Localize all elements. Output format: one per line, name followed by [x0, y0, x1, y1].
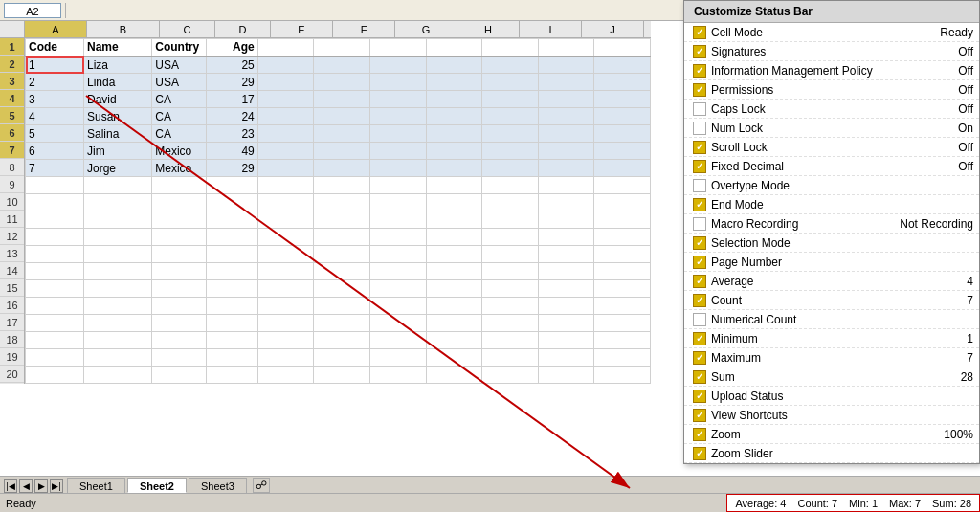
empty-r5-c7[interactable]: [369, 125, 426, 143]
empty-r11-c10[interactable]: [538, 229, 594, 246]
empty-r15-c2[interactable]: [84, 298, 152, 315]
empty-r10-c6[interactable]: [314, 211, 370, 229]
cell-r3-c1[interactable]: 3: [26, 91, 84, 108]
checkbox-checked-0[interactable]: ✓: [693, 26, 706, 39]
empty-r2-c7[interactable]: [369, 74, 426, 91]
cell-r3-c3[interactable]: CA: [152, 91, 207, 108]
empty-r17-c11[interactable]: [594, 332, 651, 349]
empty-r3-c10[interactable]: [538, 91, 594, 108]
tab-scroll-right[interactable]: ▶: [34, 479, 48, 493]
empty-r17-c7[interactable]: [369, 332, 426, 349]
empty-r19-c3[interactable]: [152, 367, 207, 384]
empty-r8-c7[interactable]: [369, 177, 426, 194]
empty-r15-c9[interactable]: [482, 298, 539, 315]
empty-r4-c6[interactable]: [314, 108, 370, 125]
empty-r18-c6[interactable]: [314, 349, 370, 367]
empty-r9-c2[interactable]: [84, 194, 152, 211]
empty-r18-c9[interactable]: [482, 349, 539, 367]
empty-r6-c6[interactable]: [314, 143, 370, 160]
empty-r12-c10[interactable]: [538, 246, 594, 263]
empty-r7-c7[interactable]: [369, 160, 426, 177]
row-num-2[interactable]: 2: [0, 56, 24, 73]
menu-item-2[interactable]: ✓Information Management PolicyOff: [684, 61, 979, 80]
row-num-10[interactable]: 10: [0, 193, 24, 211]
empty-row-12[interactable]: [26, 246, 651, 263]
empty-r4-c5[interactable]: [257, 108, 314, 125]
menu-item-10[interactable]: Macro RecordingNot Recording: [684, 214, 979, 234]
empty-r8-c9[interactable]: [482, 177, 539, 194]
cell-r4-c4[interactable]: 24: [206, 108, 257, 125]
empty-r16-c10[interactable]: [538, 315, 594, 332]
checkbox-checked-19[interactable]: ✓: [693, 390, 706, 403]
row-num-11[interactable]: 11: [0, 211, 24, 228]
empty-r14-c9[interactable]: [482, 280, 539, 298]
col-header-g[interactable]: G: [395, 21, 457, 37]
empty-r11-c5[interactable]: [257, 229, 314, 246]
empty-r16-c2[interactable]: [84, 315, 152, 332]
empty-r13-c3[interactable]: [152, 263, 207, 280]
empty-r5-c5[interactable]: [257, 125, 314, 143]
empty-r9-c3[interactable]: [152, 194, 207, 211]
menu-item-11[interactable]: ✓Selection Mode: [684, 234, 979, 253]
checkbox-checked-7[interactable]: ✓: [693, 160, 706, 173]
empty-row-8[interactable]: [26, 177, 651, 194]
empty-r9-c5[interactable]: [257, 194, 314, 211]
empty-r2-c10[interactable]: [538, 74, 594, 91]
empty-r14-c3[interactable]: [152, 280, 207, 298]
empty-r11-c6[interactable]: [314, 229, 370, 246]
row-num-17[interactable]: 17: [0, 314, 24, 331]
tab-scroll-left[interactable]: ◀: [19, 479, 33, 493]
empty-r17-c2[interactable]: [84, 332, 152, 349]
col-header-h[interactable]: H: [457, 21, 520, 37]
cell-r6-c4[interactable]: 49: [206, 143, 257, 160]
checkbox-checked-1[interactable]: ✓: [693, 45, 706, 58]
cell-r7-c1[interactable]: 7: [26, 160, 84, 177]
checkbox-checked-22[interactable]: ✓: [693, 447, 706, 460]
empty-r3-c9[interactable]: [482, 91, 539, 108]
empty-r7-c9[interactable]: [482, 160, 539, 177]
checkbox-checked-2[interactable]: ✓: [693, 64, 706, 78]
cell-r1-c1[interactable]: 1: [26, 56, 84, 74]
empty-r11-c11[interactable]: [594, 229, 651, 246]
menu-item-22[interactable]: ✓Zoom Slider: [684, 444, 979, 463]
cell-r6-c1[interactable]: 6: [26, 143, 84, 160]
empty-r14-c7[interactable]: [369, 280, 426, 298]
empty-r12-c7[interactable]: [369, 246, 426, 263]
empty-r13-c1[interactable]: [26, 263, 84, 280]
empty-row-16[interactable]: [26, 315, 651, 332]
cell-r1-c4[interactable]: 25: [206, 56, 257, 74]
empty-r12-c6[interactable]: [314, 246, 370, 263]
empty-r13-c9[interactable]: [482, 263, 539, 280]
row-num-16[interactable]: 16: [0, 297, 24, 314]
empty-r10-c7[interactable]: [369, 211, 426, 229]
empty-r11-c3[interactable]: [152, 229, 207, 246]
empty-r2-c11[interactable]: [594, 74, 651, 91]
empty-r12-c8[interactable]: [426, 246, 482, 263]
menu-item-1[interactable]: ✓SignaturesOff: [684, 42, 979, 61]
empty-r12-c4[interactable]: [206, 246, 257, 263]
empty-r14-c2[interactable]: [84, 280, 152, 298]
empty-r9-c8[interactable]: [426, 194, 482, 211]
table-row[interactable]: 7JorgeMexico29: [26, 160, 651, 177]
table-row[interactable]: 2LindaUSA29: [26, 74, 651, 91]
empty-r10-c1[interactable]: [26, 211, 84, 229]
row-num-18[interactable]: 18: [0, 331, 24, 348]
row-num-13[interactable]: 13: [0, 245, 24, 262]
empty-r7-c5[interactable]: [257, 160, 314, 177]
empty-r14-c10[interactable]: [538, 280, 594, 298]
col-header-e[interactable]: E: [271, 21, 333, 37]
tab-scroll-left-first[interactable]: |◀: [4, 479, 17, 493]
empty-r10-c5[interactable]: [257, 211, 314, 229]
empty-r11-c2[interactable]: [84, 229, 152, 246]
checkbox-unchecked-10[interactable]: [693, 217, 706, 231]
checkbox-checked-3[interactable]: ✓: [693, 83, 706, 97]
cell-r5-c1[interactable]: 5: [26, 125, 84, 143]
cell-r7-c4[interactable]: 29: [206, 160, 257, 177]
empty-r1-c11[interactable]: [594, 56, 651, 74]
menu-item-7[interactable]: ✓Fixed DecimalOff: [684, 157, 979, 176]
empty-r10-c3[interactable]: [152, 211, 207, 229]
empty-r19-c6[interactable]: [314, 367, 370, 384]
cell-r6-c3[interactable]: Mexico: [152, 143, 207, 160]
menu-item-9[interactable]: ✓End Mode: [684, 195, 979, 214]
empty-r14-c11[interactable]: [594, 280, 651, 298]
